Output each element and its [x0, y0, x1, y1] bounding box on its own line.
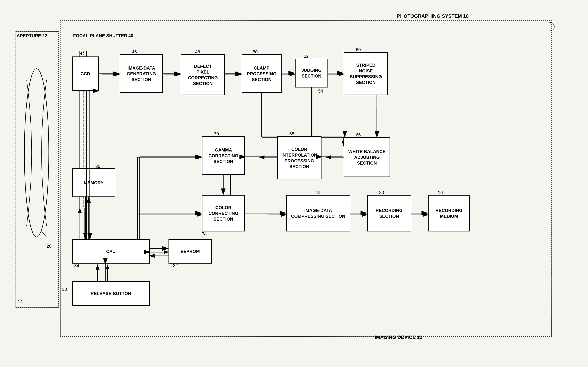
ref-30: 30: [62, 287, 67, 292]
ref-20: 20: [47, 244, 52, 249]
ref-66: 66: [356, 133, 361, 138]
ref-48: 48: [195, 49, 200, 54]
ref-78: 78: [315, 190, 320, 195]
cpu-box: CPU: [72, 239, 150, 264]
defect-pixel-box: DEFECT PIXEL CORRECTING SECTION: [181, 54, 225, 95]
ref-80: 80: [379, 190, 384, 195]
color-correcting-box: COLOR CORRECTING SECTION: [202, 195, 245, 232]
ref-46: 46: [132, 49, 137, 54]
ref-52: 52: [304, 54, 309, 59]
imaging-device-label: IMAGING DEVICE 12: [375, 334, 422, 340]
clamp-processing-box: CLAMP PROCESSING SECTION: [242, 54, 282, 93]
eeprom-box: EEPROM: [169, 239, 212, 264]
aperture-label: APERTURE 22: [17, 33, 47, 38]
judging-box: JUDGING SECTION: [295, 59, 328, 87]
ref-60: 60: [356, 47, 361, 52]
color-interp-box: COLOR INTERPOLATION PROCESSING SECTION: [277, 136, 321, 179]
ref-44: 44: [80, 51, 85, 56]
ref-36: 36: [95, 164, 100, 169]
shutter-label: FOCAL-PLANE SHUTTER 40: [73, 33, 133, 38]
ref-74: 74: [202, 232, 207, 237]
recording-section-box: RECORDING SECTION: [367, 195, 411, 232]
ref-14: 14: [18, 299, 23, 304]
ref-16: 16: [438, 190, 443, 195]
ref-32: 32: [173, 263, 178, 268]
ref-68: 68: [289, 131, 294, 136]
photographing-system-label: PHOTOGRAPHING SYSTEM 10: [397, 13, 469, 19]
ref-54: 54: [318, 89, 323, 94]
svg-line-33: [40, 230, 50, 239]
ccd-box: CCD: [72, 57, 99, 91]
recording-medium-box: RECORDING MEDIUM: [428, 195, 470, 232]
ref-34: 34: [74, 263, 79, 268]
white-balance-box: WHITE BALANCE ADJUSTING SECTION: [344, 137, 390, 177]
gamma-correcting-box: GAMMA CORRECTING SECTION: [202, 136, 245, 175]
image-data-gen-box: IMAGE-DATA GENERATING SECTION: [120, 54, 163, 93]
memory-box: MEMORY: [72, 168, 115, 197]
image-data-compress-box: IMAGE-DATA COMPRESSING SECTION: [286, 195, 350, 232]
release-button-box: RELEASE BUTTON: [72, 281, 150, 306]
ref-50: 50: [253, 49, 258, 54]
ref-70: 70: [214, 131, 219, 136]
striped-noise-box: STRIPED NOISE SUPPRESSING SECTION: [344, 52, 388, 95]
svg-point-32: [24, 69, 49, 237]
